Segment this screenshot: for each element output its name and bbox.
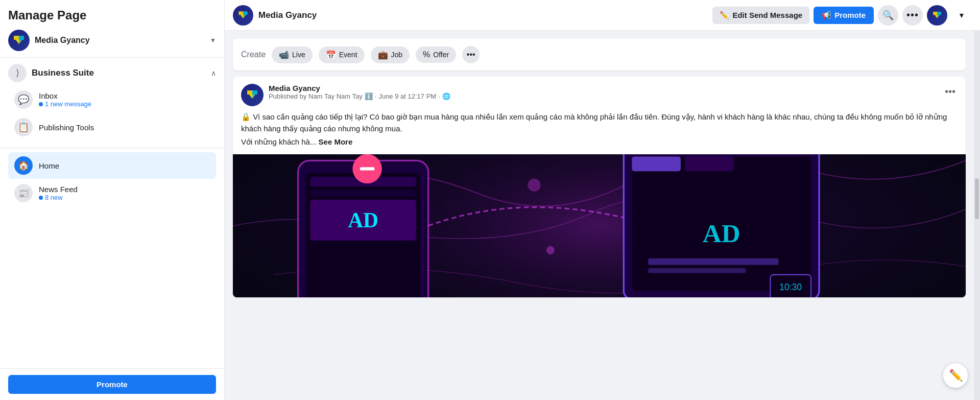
news-feed-icon: 📰	[14, 184, 33, 202]
svg-rect-13	[685, 156, 734, 171]
sidebar: Manage Page Media Gyancy ▼ ⟩ Business Su…	[0, 0, 225, 400]
offer-label: Offer	[433, 51, 449, 59]
post-body: 🔒 Vì sao cần quảng cáo tiếp thị lại? Có …	[233, 111, 966, 154]
svg-text:10:30: 10:30	[779, 281, 802, 292]
create-label: Create	[241, 50, 266, 59]
more-options-button[interactable]: •••	[902, 5, 923, 26]
sidebar-item-inbox[interactable]: 💬 Inbox 1 new message	[8, 86, 216, 113]
home-label: Home	[39, 161, 59, 170]
news-feed-text: News Feed 8 new	[39, 185, 78, 201]
post-globe-icon: 🌐	[442, 92, 450, 100]
event-button[interactable]: 📅 Event	[319, 46, 365, 63]
topbar-promote-button[interactable]: 📢 Promote	[814, 7, 874, 24]
post-text-truncated: Với những khách hà... See More	[241, 136, 958, 148]
create-more-button[interactable]: •••	[462, 46, 480, 63]
chevron-up-icon[interactable]: ∧	[211, 69, 216, 77]
business-suite-icon: ⟩	[8, 64, 27, 82]
search-button[interactable]: 🔍	[878, 5, 898, 26]
home-icon: 🏠	[14, 156, 33, 175]
svg-point-21	[546, 246, 555, 254]
svg-text:AD: AD	[703, 219, 740, 247]
post-subtitle: Published by Nam Tay Nam Tay ℹ️ · June 9…	[269, 92, 938, 100]
post-author: Media Gyancy	[269, 84, 938, 92]
sidebar-item-home[interactable]: 🏠 Home	[8, 152, 216, 179]
news-feed-label: News Feed	[39, 185, 78, 194]
manage-page-title: Manage Page	[8, 8, 216, 22]
topbar: Media Gyancy ✏️ Edit Send Message 📢 Prom…	[225, 0, 980, 31]
job-label: Job	[391, 51, 403, 59]
topbar-logo	[233, 5, 253, 26]
post-verified-icon: ℹ️	[365, 92, 373, 100]
section-header: ⟩ Business Suite ∧	[8, 64, 216, 82]
topbar-promote-label: Promote	[834, 11, 866, 19]
page-name-label: Media Gyancy	[35, 36, 205, 45]
post-dot-separator: ·	[375, 92, 377, 100]
topbar-actions: ✏️ Edit Send Message 📢 Promote 🔍 ••• ▼	[712, 5, 972, 26]
news-feed-badge: 8 new	[39, 194, 78, 201]
live-icon: 📹	[279, 50, 289, 60]
business-suite-section: ⟩ Business Suite ∧ 💬 Inbox 1 new message…	[0, 58, 224, 148]
edit-btn-label: Edit Send Message	[732, 11, 802, 19]
inbox-text: Inbox 1 new message	[39, 91, 91, 108]
section-title-row: ⟩ Business Suite	[8, 64, 94, 82]
avatar-button[interactable]	[927, 5, 947, 26]
sidebar-header: Manage Page Media Gyancy ▼	[0, 0, 224, 58]
post-text: 🔒 Vì sao cần quảng cáo tiếp thị lại? Có …	[241, 111, 958, 134]
create-bar: Create 📹 Live 📅 Event 💼 Job % Offer •	[233, 39, 966, 70]
inbox-badge: 1 new message	[39, 100, 91, 108]
account-dropdown-button[interactable]: ▼	[951, 5, 972, 26]
event-label: Event	[339, 51, 357, 59]
post-image: AD AD	[233, 154, 966, 297]
main-content: Media Gyancy ✏️ Edit Send Message 📢 Prom…	[225, 0, 980, 400]
topbar-page-name: Media Gyancy	[258, 10, 707, 20]
publishing-tools-icon: 📋	[14, 118, 33, 136]
job-icon: 💼	[378, 50, 388, 60]
page-logo	[8, 30, 30, 51]
inbox-label: Inbox	[39, 91, 91, 100]
sidebar-item-publishing-tools[interactable]: 📋 Publishing Tools	[8, 114, 216, 140]
offer-icon: %	[423, 50, 430, 59]
svg-point-20	[528, 178, 541, 192]
post-published-by: Published by Nam Tay Nam Tay	[269, 92, 363, 100]
content-area: Create 📹 Live 📅 Event 💼 Job % Offer •	[225, 31, 974, 400]
job-button[interactable]: 💼 Job	[371, 46, 410, 63]
svg-rect-5	[310, 190, 416, 196]
svg-text:AD: AD	[348, 208, 378, 232]
svg-text:MEDIA GYANCY: MEDIA GYANCY	[871, 154, 914, 155]
svg-rect-15	[648, 258, 778, 265]
publishing-tools-label: Publishing Tools	[39, 123, 94, 132]
see-more-link[interactable]: See More	[319, 137, 353, 146]
sidebar-promote-button[interactable]: Promote	[8, 375, 216, 394]
post-meta: Media Gyancy Published by Nam Tay Nam Ta…	[269, 84, 938, 100]
svg-rect-16	[648, 268, 746, 273]
edit-send-message-button[interactable]: ✏️ Edit Send Message	[712, 7, 809, 24]
post-date: June 9 at 12:17 PM	[378, 92, 436, 100]
nav-section: 🏠 Home 📰 News Feed 8 new	[0, 148, 224, 368]
right-scrollbar[interactable]	[974, 31, 980, 400]
live-label: Live	[292, 51, 305, 59]
svg-rect-9	[360, 167, 375, 170]
compose-button[interactable]: ✏️	[943, 363, 968, 388]
publishing-tools-text: Publishing Tools	[39, 123, 94, 132]
svg-rect-12	[632, 156, 681, 171]
post-avatar	[241, 84, 264, 106]
offer-button[interactable]: % Offer	[416, 46, 456, 63]
business-suite-title: Business Suite	[32, 68, 94, 78]
dropdown-arrow-icon[interactable]: ▼	[210, 37, 216, 44]
post-header: Media Gyancy Published by Nam Tay Nam Ta…	[233, 77, 966, 111]
live-button[interactable]: 📹 Live	[272, 46, 313, 63]
sidebar-item-news-feed[interactable]: 📰 News Feed 8 new	[8, 180, 216, 206]
post-dot-separator2: ·	[438, 92, 440, 100]
home-text: Home	[39, 161, 59, 170]
event-icon: 📅	[326, 50, 336, 60]
post-more-button[interactable]: •••	[943, 84, 958, 100]
inbox-icon: 💬	[14, 90, 33, 109]
page-selector[interactable]: Media Gyancy ▼	[8, 30, 216, 51]
post-card: Media Gyancy Published by Nam Tay Nam Ta…	[233, 77, 966, 297]
promote-btn-container: Promote	[0, 368, 224, 400]
